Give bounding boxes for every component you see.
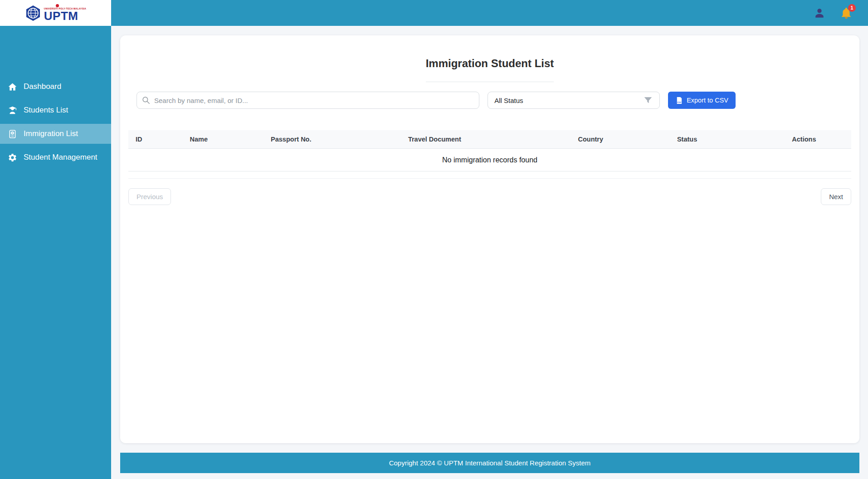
pagination: Previous Next bbox=[128, 188, 851, 205]
empty-state-row: No immigration records found bbox=[128, 149, 851, 171]
uptm-logo: UNIVERSITI POLY-TECH MALAYSIA UPTM bbox=[0, 0, 111, 26]
svg-text:csv: csv bbox=[677, 100, 681, 103]
sidebar-item-label: Dashboard bbox=[24, 82, 61, 91]
sidebar-item-students-list[interactable]: Students List bbox=[0, 100, 111, 120]
copyright-text: Copyright 2024 © UPTM International Stud… bbox=[389, 459, 591, 467]
export-csv-button[interactable]: csv Export to CSV bbox=[668, 92, 736, 109]
export-csv-label: Export to CSV bbox=[687, 97, 728, 104]
column-header-actions: Actions bbox=[785, 130, 851, 149]
sidebar-item-label: Students List bbox=[24, 106, 68, 115]
passport-icon bbox=[8, 129, 17, 139]
logo-globe-icon bbox=[25, 5, 41, 21]
student-icon bbox=[8, 106, 17, 115]
home-icon bbox=[8, 82, 17, 92]
filter-toolbar: All Status csv Export to CSV bbox=[137, 92, 843, 109]
status-filter-value: All Status bbox=[494, 97, 523, 104]
search-field-wrap bbox=[137, 92, 479, 109]
page-title: Immigration Student List bbox=[128, 57, 851, 70]
column-header-passport: Passport No. bbox=[263, 130, 401, 149]
logo-red-dot-icon bbox=[56, 4, 59, 7]
status-filter-dropdown[interactable]: All Status bbox=[488, 92, 660, 109]
table-header-row: ID Name Passport No. Travel Document Cou… bbox=[128, 130, 851, 149]
column-header-name: Name bbox=[183, 130, 264, 149]
gear-icon bbox=[8, 153, 17, 162]
next-page-button[interactable]: Next bbox=[821, 188, 851, 205]
immigration-list-card: Immigration Student List All Status bbox=[120, 35, 859, 443]
column-header-travel-document: Travel Document bbox=[401, 130, 571, 149]
column-header-id: ID bbox=[128, 130, 183, 149]
previous-page-button[interactable]: Previous bbox=[128, 188, 171, 205]
user-profile-icon[interactable] bbox=[814, 7, 825, 19]
sidebar-item-dashboard[interactable]: Dashboard bbox=[0, 77, 111, 97]
sidebar-item-label: Student Management bbox=[24, 153, 98, 162]
csv-file-icon: csv bbox=[675, 97, 683, 104]
sidebar-nav: Dashboard Students List Immigration List… bbox=[0, 26, 111, 479]
search-input[interactable] bbox=[137, 92, 479, 109]
title-divider bbox=[426, 82, 554, 82]
filter-funnel-icon bbox=[643, 95, 653, 105]
sidebar-item-label: Immigration List bbox=[24, 129, 78, 138]
empty-state-message: No immigration records found bbox=[128, 149, 851, 171]
notification-bell-icon[interactable]: 1 bbox=[840, 7, 853, 20]
footer-bar: Copyright 2024 © UPTM International Stud… bbox=[120, 453, 859, 473]
logo-brand-name: UPTM bbox=[44, 10, 78, 22]
sidebar-item-immigration-list[interactable]: Immigration List bbox=[0, 124, 111, 144]
table-bottom-divider bbox=[128, 171, 851, 179]
column-header-country: Country bbox=[571, 130, 670, 149]
column-header-status: Status bbox=[670, 130, 785, 149]
search-icon bbox=[142, 96, 150, 104]
immigration-table: ID Name Passport No. Travel Document Cou… bbox=[128, 130, 851, 171]
top-header-bar: UNIVERSITI POLY-TECH MALAYSIA UPTM 1 bbox=[0, 0, 868, 26]
notification-count-badge: 1 bbox=[848, 4, 856, 12]
sidebar-item-student-management[interactable]: Student Management bbox=[0, 147, 111, 167]
